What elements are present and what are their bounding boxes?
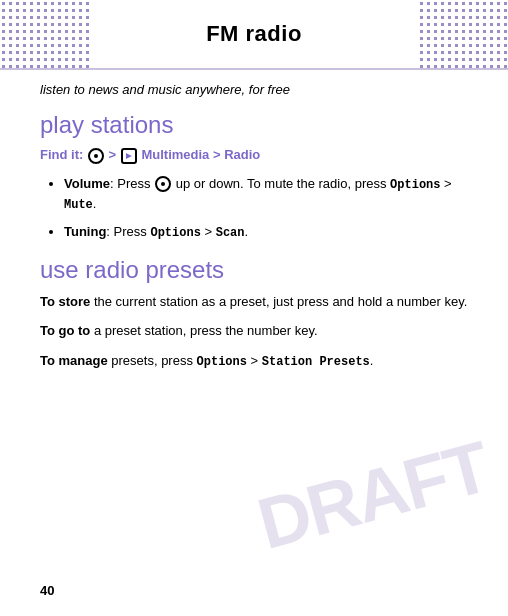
bullets-list: Volume: Press up or down. To mute the ra… [40, 174, 468, 242]
volume-text2: up or down. To mute the radio, press [172, 176, 390, 191]
station-presets-mono: Station Presets [262, 355, 370, 369]
to-store-bold: To store [40, 294, 90, 309]
para1-text: the current station as a preset, just pr… [90, 294, 467, 309]
period2: . [245, 224, 249, 239]
to-manage-bold: To manage [40, 353, 108, 368]
volume-term: Volume [64, 176, 110, 191]
mute-mono: Mute [64, 198, 93, 212]
volume-text1: : Press [110, 176, 154, 191]
section2: use radio presets To store the current s… [40, 256, 468, 371]
para-goto: To go to a preset station, press the num… [40, 321, 468, 341]
corner-decoration-right [418, 0, 508, 68]
find-it-label: Find it: [40, 147, 83, 162]
find-it-line: Find it: > Multimedia > Radio [40, 147, 468, 164]
page-header: FM radio [0, 0, 508, 68]
options-mono3: Options [197, 355, 247, 369]
tuning-term: Tuning [64, 224, 106, 239]
options-mono1: Options [390, 178, 440, 192]
tuning-colon: : Press [106, 224, 150, 239]
find-it-gt1: > [109, 147, 120, 162]
section1-title: play stations [40, 111, 468, 139]
period1: . [93, 196, 97, 211]
nav-dot-icon [87, 147, 109, 162]
bullet-volume: Volume: Press up or down. To mute the ra… [64, 174, 468, 214]
para-store: To store the current station as a preset… [40, 292, 468, 312]
scan-mono: Scan [216, 226, 245, 240]
bullet-tuning: Tuning: Press Options > Scan. [64, 222, 468, 242]
period3: . [370, 353, 374, 368]
corner-decoration-left [0, 0, 90, 68]
para-manage: To manage presets, press Options > Stati… [40, 351, 468, 371]
gt-sep1: > [441, 176, 452, 191]
section2-title: use radio presets [40, 256, 468, 284]
main-content: listen to news and music anywhere, for f… [0, 70, 508, 401]
gt-sep2: > [201, 224, 216, 239]
para2-text: a preset station, press the number key. [90, 323, 317, 338]
draft-watermark: DRAFT [249, 425, 496, 565]
page-subtitle: listen to news and music anywhere, for f… [40, 82, 468, 97]
to-goto-bold: To go to [40, 323, 90, 338]
gt-sep3: > [247, 353, 262, 368]
page-number: 40 [40, 583, 54, 598]
find-it-multimedia: Multimedia > Radio [141, 147, 260, 162]
options-mono2: Options [150, 226, 200, 240]
nav-center-icon [88, 148, 104, 164]
para3-text: presets, press [108, 353, 197, 368]
nav-icon-inline [155, 176, 171, 192]
multimedia-icon [121, 148, 137, 164]
page-title: FM radio [206, 21, 302, 47]
